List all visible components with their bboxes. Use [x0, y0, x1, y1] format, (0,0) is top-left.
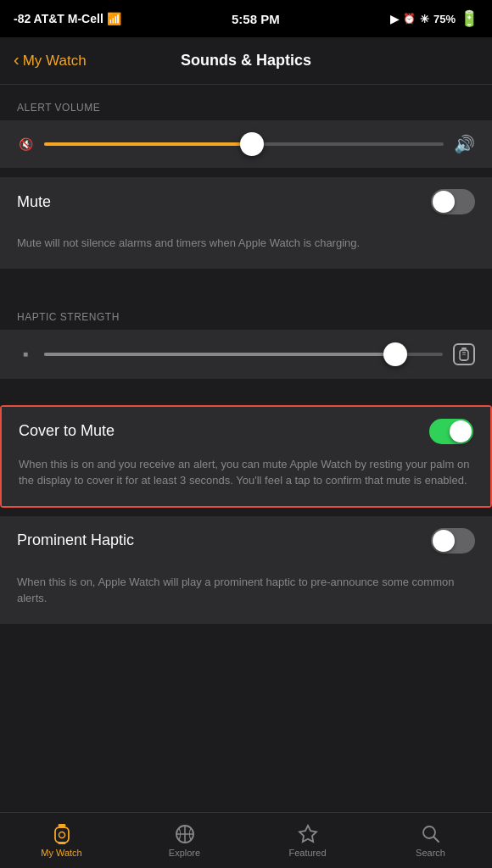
page-title: Sounds & Haptics	[181, 52, 311, 70]
tab-my-watch[interactable]: My Watch	[0, 823, 123, 858]
location-icon: ▶	[390, 13, 399, 25]
svg-rect-3	[462, 352, 466, 353]
content-scroll: ALERT VOLUME 🔇 🔊 Mute Mute will not sile…	[0, 85, 492, 812]
alert-volume-thumb[interactable]	[240, 132, 264, 156]
spacer-4	[0, 508, 492, 516]
back-label: My Watch	[23, 53, 87, 70]
explore-icon	[174, 823, 196, 845]
svg-rect-5	[55, 827, 69, 843]
mute-description: Mute will not silence alarms and timers …	[0, 226, 492, 269]
spacer-1	[0, 169, 492, 177]
alert-volume-fill	[44, 142, 252, 146]
cover-to-mute-toggle-row: Cover to Mute	[2, 407, 490, 456]
prominent-haptic-toggle-row: Prominent Haptic	[0, 516, 492, 565]
status-bar: -82 AT&T M-Cell 📶 5:58 PM ▶ ⏰ ✳ 75% 🔋	[0, 0, 492, 37]
my-watch-icon	[51, 823, 73, 845]
svg-rect-1	[461, 348, 467, 349]
nav-bar: ‹ My Watch Sounds & Haptics	[0, 37, 492, 85]
mute-label: Mute	[17, 193, 51, 211]
alert-volume-label: ALERT VOLUME	[0, 85, 492, 120]
prominent-haptic-label: Prominent Haptic	[17, 531, 134, 549]
svg-rect-7	[58, 842, 65, 844]
svg-line-14	[433, 837, 439, 843]
spacer-3	[0, 380, 492, 405]
cover-to-mute-section: Cover to Mute When this is on and you re…	[0, 405, 492, 508]
carrier-text: -82 AT&T M-Cell	[14, 12, 103, 25]
volume-high-icon: 🔊	[454, 134, 475, 154]
cover-to-mute-description: When this is on and you receive an alert…	[2, 456, 490, 506]
spacer-2	[0, 269, 492, 294]
alert-volume-track[interactable]	[44, 142, 444, 146]
explore-tab-label: Explore	[169, 848, 200, 858]
battery-text: 75%	[433, 13, 456, 25]
search-icon	[420, 823, 442, 845]
svg-rect-2	[461, 359, 467, 361]
status-time: 5:58 PM	[232, 12, 280, 26]
my-watch-tab-label: My Watch	[41, 848, 82, 858]
haptic-strength-label: HAPTIC STRENGTH	[0, 294, 492, 330]
tab-search[interactable]: Search	[369, 823, 492, 858]
search-tab-label: Search	[416, 848, 445, 858]
haptic-strength-thumb[interactable]	[383, 342, 407, 366]
svg-marker-12	[299, 826, 316, 842]
bluetooth-icon: ✳	[420, 13, 429, 25]
haptic-strength-slider-row[interactable]: ■	[0, 330, 492, 379]
cover-to-mute-label: Cover to Mute	[19, 422, 115, 440]
back-button[interactable]: ‹ My Watch	[14, 52, 87, 70]
haptic-strength-fill	[44, 353, 395, 356]
prominent-haptic-toggle[interactable]	[431, 528, 475, 554]
status-right: ▶ ⏰ ✳ 75% 🔋	[390, 9, 478, 28]
alert-volume-slider-row[interactable]: 🔇 🔊	[0, 120, 492, 168]
svg-rect-6	[58, 824, 65, 826]
tab-explore[interactable]: Explore	[123, 823, 246, 858]
alarm-icon: ⏰	[403, 13, 416, 25]
mute-toggle[interactable]	[431, 189, 475, 214]
volume-low-icon: 🔇	[17, 137, 34, 151]
cover-to-mute-toggle-knob	[450, 420, 472, 442]
featured-tab-label: Featured	[288, 848, 326, 858]
svg-rect-0	[460, 350, 468, 360]
wifi-icon: 📶	[107, 12, 121, 25]
svg-point-8	[59, 832, 64, 838]
prominent-haptic-description: When this is on, Apple Watch will play a…	[0, 565, 492, 624]
cover-to-mute-toggle[interactable]	[429, 419, 473, 444]
prominent-haptic-toggle-knob	[433, 530, 455, 552]
haptic-strength-track[interactable]	[44, 353, 443, 356]
mute-toggle-knob	[433, 191, 455, 213]
watch-haptic-icon	[453, 343, 475, 365]
status-carrier: -82 AT&T M-Cell 📶	[14, 12, 121, 25]
featured-icon	[297, 823, 319, 845]
tab-bar: My Watch Explore Featured	[0, 812, 492, 868]
bottom-spacer	[0, 624, 492, 641]
tab-featured[interactable]: Featured	[246, 823, 369, 858]
haptic-low-icon: ■	[17, 349, 34, 359]
mute-toggle-row: Mute	[0, 177, 492, 226]
chevron-left-icon: ‹	[14, 50, 20, 70]
svg-rect-4	[462, 353, 466, 354]
battery-icon: 🔋	[460, 9, 478, 28]
